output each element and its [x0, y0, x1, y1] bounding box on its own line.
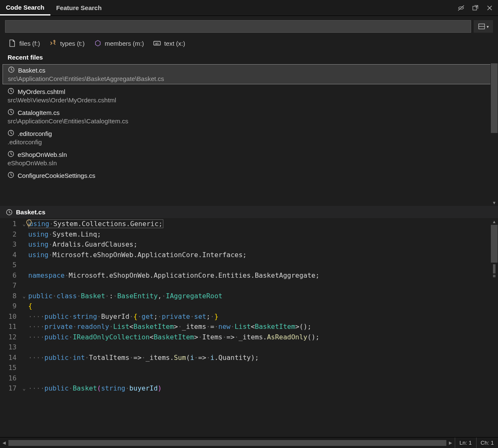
editor-scrollbar-horizontal[interactable]: ◀ ▶ — [0, 439, 455, 447]
result-path: src\ApplicationCore\Entities\CatalogItem… — [8, 117, 490, 125]
result-path: .editorconfig — [8, 138, 490, 146]
filter-text-label: text (x:) — [164, 40, 185, 47]
preview-layout-button[interactable]: ▾ — [474, 20, 493, 33]
filter-text[interactable]: ab text (x:) — [153, 39, 185, 47]
list-item[interactable]: MyOrders.cshtmlsrc\Web\Views\Order\MyOrd… — [0, 85, 498, 106]
result-name: MyOrders.cshtml — [18, 88, 65, 95]
recent-files-heading: Recent files — [0, 51, 498, 63]
status-line[interactable]: Ln: 1 — [455, 438, 476, 448]
popout-icon[interactable] — [469, 2, 481, 14]
filter-files-label: files (f:) — [19, 40, 40, 47]
svg-rect-1 — [473, 6, 477, 10]
clock-icon — [8, 151, 14, 159]
clock-icon — [8, 130, 14, 138]
preview-toggle-icon[interactable] — [455, 2, 467, 14]
tab-code-search[interactable]: Code Search — [0, 0, 50, 16]
lightbulb-icon[interactable] — [25, 219, 33, 227]
clock-icon — [8, 109, 14, 117]
clock-icon — [8, 88, 14, 96]
list-item[interactable]: CatalogItem.cssrc\ApplicationCore\Entiti… — [0, 106, 498, 127]
result-name: ConfigureCookieSettings.cs — [18, 172, 95, 179]
results-list: Basket.cssrc\ApplicationCore\Entities\Ba… — [0, 63, 498, 206]
status-char[interactable]: Ch: 1 — [476, 438, 498, 448]
search-input[interactable] — [5, 20, 471, 33]
list-item[interactable]: .editorconfig.editorconfig — [0, 127, 498, 148]
close-icon[interactable] — [484, 2, 495, 14]
results-scrollbar[interactable]: ▼ — [490, 63, 498, 206]
svg-text:ab: ab — [155, 42, 159, 45]
preview-filename: Basket.cs — [16, 208, 45, 216]
list-item[interactable]: Basket.cssrc\ApplicationCore\Entities\Ba… — [3, 64, 495, 84]
filter-members-label: members (m:) — [105, 40, 144, 47]
result-path: src\Web\Views\Order\MyOrders.cshtml — [8, 96, 490, 104]
list-item[interactable]: ConfigureCookieSettings.cs — [0, 169, 498, 182]
clock-icon — [6, 209, 13, 216]
clock-icon — [8, 66, 15, 74]
result-path: src\ApplicationCore\Entities\BasketAggre… — [8, 75, 490, 82]
chevron-down-icon: ▾ — [487, 24, 489, 29]
clock-icon — [8, 172, 14, 180]
list-item[interactable]: eShopOnWeb.slneShopOnWeb.sln — [0, 148, 498, 169]
filter-types-label: types (t:) — [60, 40, 84, 47]
svg-point-6 — [54, 40, 55, 42]
result-path: eShopOnWeb.sln — [8, 159, 490, 167]
result-name: Basket.cs — [18, 67, 45, 74]
tab-feature-search[interactable]: Feature Search — [50, 1, 107, 15]
result-name: .editorconfig — [18, 130, 52, 137]
filter-members[interactable]: members (m:) — [94, 39, 144, 47]
svg-line-0 — [458, 5, 464, 10]
code-editor[interactable]: 1234567891011121314151617 ⌄ ⌄ ⌄ using·Sy… — [0, 218, 498, 437]
editor-scrollbar-vertical[interactable]: ▲ — [490, 218, 498, 437]
result-name: CatalogItem.cs — [18, 109, 60, 116]
filter-files[interactable]: files (f:) — [8, 39, 40, 47]
filter-types[interactable]: types (t:) — [49, 39, 84, 47]
result-name: eShopOnWeb.sln — [18, 151, 67, 158]
